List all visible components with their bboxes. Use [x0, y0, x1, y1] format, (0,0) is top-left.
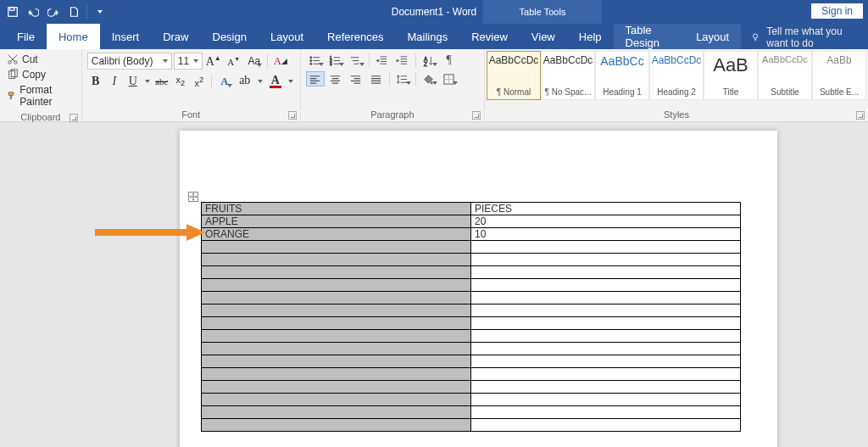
style-subtitle[interactable]: AaBbCcDcSubtitle	[758, 51, 812, 100]
qat-customize-icon[interactable]	[92, 4, 108, 20]
italic-button[interactable]: I	[106, 73, 123, 90]
redo-icon[interactable]	[46, 4, 61, 20]
table-move-handle[interactable]	[188, 192, 198, 202]
tab-help[interactable]: Help	[567, 24, 614, 49]
table-row[interactable]	[202, 305, 741, 317]
table-cell[interactable]	[471, 419, 741, 432]
shrink-font-button[interactable]: A▼	[225, 53, 243, 70]
underline-button[interactable]: U	[125, 73, 142, 90]
table-cell[interactable]	[471, 241, 741, 254]
line-spacing-button[interactable]	[393, 71, 412, 87]
table-cell[interactable]	[202, 241, 471, 254]
table-row[interactable]	[202, 330, 741, 343]
numbering-button[interactable]: 123	[326, 53, 345, 68]
bullets-button[interactable]	[306, 53, 325, 68]
new-doc-icon[interactable]	[66, 4, 81, 20]
table-cell[interactable]	[471, 406, 741, 419]
table-row[interactable]	[202, 355, 741, 368]
table-cell[interactable]	[471, 254, 741, 266]
clipboard-dialog-launcher[interactable]	[70, 114, 78, 122]
tab-file[interactable]: File	[5, 24, 47, 49]
font-size-select[interactable]: 11	[174, 53, 203, 70]
tab-home[interactable]: Home	[47, 24, 100, 49]
table-cell[interactable]	[471, 330, 741, 343]
table-cell[interactable]: 10	[471, 228, 741, 241]
tab-mailings[interactable]: Mailings	[396, 24, 460, 49]
table-cell[interactable]	[471, 394, 741, 406]
table-cell[interactable]	[202, 394, 471, 406]
subscript-button[interactable]: x2	[172, 73, 189, 90]
borders-button[interactable]	[440, 71, 459, 87]
table-row[interactable]	[202, 292, 741, 305]
copy-button[interactable]: Copy	[5, 68, 76, 81]
table-cell[interactable]	[471, 381, 741, 394]
table-cell[interactable]	[202, 254, 471, 266]
table-cell[interactable]	[202, 406, 471, 419]
tab-references[interactable]: References	[315, 24, 395, 49]
style-heading-1[interactable]: AaBbCcHeading 1	[595, 51, 649, 100]
table-cell[interactable]: FRUITS	[202, 203, 471, 215]
text-effects-button[interactable]: A	[215, 73, 234, 90]
table-cell[interactable]	[471, 368, 741, 381]
table-cell[interactable]: ORANGE	[202, 228, 471, 241]
table-row[interactable]: APPLE20	[202, 215, 741, 228]
highlight-color-button[interactable]: ab	[236, 75, 254, 88]
table-cell[interactable]	[471, 355, 741, 368]
sort-button[interactable]: AZ	[420, 53, 438, 68]
table-cell[interactable]	[202, 343, 471, 355]
table-cell[interactable]	[202, 279, 471, 292]
table-cell[interactable]: PIECES	[471, 203, 741, 215]
table-cell[interactable]	[202, 419, 471, 432]
tab-design[interactable]: Design	[201, 24, 259, 49]
style-heading-2[interactable]: AaBbCcDcHeading 2	[649, 51, 704, 100]
table-cell[interactable]: 20	[471, 215, 741, 228]
change-case-button[interactable]: Aa	[245, 53, 264, 70]
justify-button[interactable]	[367, 71, 386, 87]
multilevel-list-button[interactable]	[347, 53, 365, 68]
increase-indent-button[interactable]	[393, 53, 412, 68]
undo-icon[interactable]	[25, 4, 41, 20]
tab-draw[interactable]: Draw	[151, 24, 200, 49]
font-name-select[interactable]: Calibri (Body)	[87, 53, 172, 70]
paragraph-dialog-launcher[interactable]	[472, 111, 481, 120]
table-cell[interactable]	[471, 317, 741, 330]
tab-view[interactable]: View	[520, 24, 567, 49]
align-left-button[interactable]	[306, 71, 325, 87]
grow-font-button[interactable]: A▲	[204, 53, 223, 70]
table-row[interactable]	[202, 317, 741, 330]
superscript-button[interactable]: x2	[191, 73, 208, 90]
table-cell[interactable]	[202, 266, 471, 279]
show-marks-button[interactable]: ¶	[440, 53, 459, 68]
style-subtle-e-[interactable]: AaBbSubtle E...	[812, 51, 866, 100]
table-row[interactable]: ORANGE10	[202, 228, 741, 241]
tab-review[interactable]: Review	[459, 24, 520, 49]
strikethrough-button[interactable]: abc	[153, 73, 170, 90]
table-cell[interactable]: APPLE	[202, 215, 471, 228]
cut-button[interactable]: Cut	[5, 53, 76, 66]
styles-dialog-launcher[interactable]	[856, 111, 865, 120]
table-row[interactable]	[202, 343, 741, 355]
table-cell[interactable]	[202, 381, 471, 394]
shading-button[interactable]	[420, 71, 438, 87]
document-table[interactable]: FRUITSPIECESAPPLE20ORANGE10	[201, 202, 741, 432]
table-row[interactable]	[202, 279, 741, 292]
document-canvas[interactable]: FRUITSPIECESAPPLE20ORANGE10	[0, 122, 868, 447]
font-color-button[interactable]: A	[266, 75, 285, 88]
table-cell[interactable]	[471, 266, 741, 279]
bold-button[interactable]: B	[87, 73, 104, 90]
highlight-dropdown[interactable]	[256, 73, 264, 90]
table-row[interactable]	[202, 368, 741, 381]
table-row[interactable]	[202, 406, 741, 419]
align-right-button[interactable]	[347, 71, 365, 87]
table-cell[interactable]	[202, 305, 471, 317]
tab-layout[interactable]: Layout	[259, 24, 315, 49]
tab-insert[interactable]: Insert	[100, 24, 152, 49]
table-cell[interactable]	[202, 355, 471, 368]
table-row[interactable]	[202, 394, 741, 406]
table-row[interactable]	[202, 419, 741, 432]
table-cell[interactable]	[471, 305, 741, 317]
table-cell[interactable]	[471, 292, 741, 305]
style-title[interactable]: AaBTitle	[704, 51, 758, 100]
table-cell[interactable]	[202, 292, 471, 305]
table-cell[interactable]	[471, 343, 741, 355]
